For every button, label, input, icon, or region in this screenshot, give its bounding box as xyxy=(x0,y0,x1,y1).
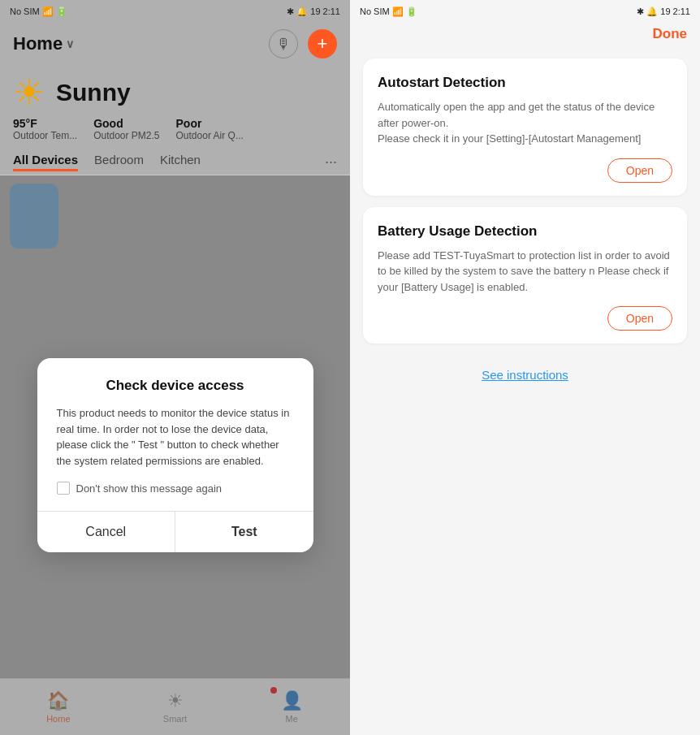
wifi-icon: 🔋 xyxy=(56,6,67,17)
right-status-right: ✱ 🔔 19 2:11 xyxy=(637,6,690,17)
add-device-button[interactable]: + xyxy=(308,29,337,58)
battery-open-button[interactable]: Open xyxy=(607,306,672,331)
battery-desc: Please add TEST-TuyaSmart to protection … xyxy=(378,248,672,296)
autostart-desc: Automatically open the app and get the s… xyxy=(378,99,672,147)
battery-icon: 🔔 xyxy=(296,6,308,17)
bluetooth-icon: ✱ xyxy=(287,6,294,17)
signal-icon: 📶 xyxy=(42,6,54,17)
tab-kitchen[interactable]: Kitchen xyxy=(160,153,201,171)
temp-stat: 95°F Outdoor Tem... xyxy=(13,117,77,141)
pm-label: Outdoor PM2.5 xyxy=(93,130,159,141)
tabs-row: All Devices Bedroom Kitchen ··· xyxy=(0,149,350,175)
right-content: Autostart Detection Automatically open t… xyxy=(350,49,700,735)
autostart-title: Autostart Detection xyxy=(378,75,672,91)
test-button[interactable]: Test xyxy=(175,512,313,552)
chevron-down-icon: ∨ xyxy=(66,37,74,50)
right-signal-icon: 📶 xyxy=(392,6,404,17)
no-sim-text: No SIM xyxy=(10,6,40,16)
temp-value: 95°F xyxy=(13,117,77,130)
modal-overlay: Check device access This product needs t… xyxy=(0,175,350,735)
autostart-open-button[interactable]: Open xyxy=(607,158,672,183)
right-wifi-icon: 🔋 xyxy=(406,6,417,17)
right-header: Done xyxy=(350,23,700,49)
tab-bedroom[interactable]: Bedroom xyxy=(94,153,144,171)
right-time: 2:11 xyxy=(673,6,690,16)
right-battery-level: 19 xyxy=(660,6,670,16)
check-device-modal: Check device access This product needs t… xyxy=(37,358,313,552)
app-header: Home ∨ 🎙 + xyxy=(0,23,350,65)
air-stat: Poor Outdoor Air Q... xyxy=(176,117,244,141)
status-bar-left: No SIM 📶 🔋 ✱ 🔔 19 2:11 xyxy=(0,0,350,23)
right-panel: No SIM 📶 🔋 ✱ 🔔 19 2:11 Done Autostart De… xyxy=(350,0,700,735)
weather-text: Sunny xyxy=(56,79,131,106)
weather-stats: 95°F Outdoor Tem... Good Outdoor PM2.5 P… xyxy=(0,117,350,149)
modal-body: This product needs to monitor the device… xyxy=(57,405,294,469)
pm-value: Good xyxy=(93,117,159,130)
dont-show-label: Don't show this message again xyxy=(76,482,223,495)
battery-card: Battery Usage Detection Please add TEST-… xyxy=(363,207,687,344)
air-value: Poor xyxy=(176,117,244,130)
header-icons: 🎙 + xyxy=(269,29,337,58)
time-left: 2:11 xyxy=(323,6,340,16)
cancel-button[interactable]: Cancel xyxy=(37,512,176,552)
device-area: Check device access This product needs t… xyxy=(0,175,350,735)
dont-show-checkbox[interactable] xyxy=(57,482,70,495)
battery-title: Battery Usage Detection xyxy=(378,223,672,240)
right-no-sim-text: No SIM xyxy=(360,6,390,16)
temp-label: Outdoor Tem... xyxy=(13,130,77,141)
sun-icon: ☀ xyxy=(13,75,45,110)
microphone-button[interactable]: 🎙 xyxy=(269,29,298,58)
weather-condition: Sunny xyxy=(56,79,131,106)
status-right: ✱ 🔔 19 2:11 xyxy=(287,6,340,17)
air-label: Outdoor Air Q... xyxy=(176,130,244,141)
weather-section: ☀ Sunny xyxy=(0,65,350,117)
right-bell-icon: 🔔 xyxy=(646,6,658,17)
plus-icon: + xyxy=(318,33,328,54)
more-icon[interactable]: ··· xyxy=(325,153,337,171)
status-left: No SIM 📶 🔋 xyxy=(10,6,67,17)
tab-all-devices[interactable]: All Devices xyxy=(13,153,78,171)
right-status-left: No SIM 📶 🔋 xyxy=(360,6,417,17)
see-instructions-link[interactable]: See instructions xyxy=(363,355,687,395)
left-panel: No SIM 📶 🔋 ✱ 🔔 19 2:11 Home ∨ 🎙 + ☀ xyxy=(0,0,350,735)
autostart-card: Autostart Detection Automatically open t… xyxy=(363,58,687,196)
dont-show-row[interactable]: Don't show this message again xyxy=(57,482,294,495)
done-button[interactable]: Done xyxy=(653,26,688,42)
modal-buttons: Cancel Test xyxy=(37,511,313,552)
battery-footer: Open xyxy=(378,306,672,331)
home-label: Home xyxy=(13,33,63,54)
autostart-footer: Open xyxy=(378,158,672,183)
status-bar-right: No SIM 📶 🔋 ✱ 🔔 19 2:11 xyxy=(350,0,700,23)
modal-title: Check device access xyxy=(57,378,294,394)
right-bluetooth-icon: ✱ xyxy=(637,6,644,17)
mic-icon: 🎙 xyxy=(276,36,291,53)
battery-level: 19 xyxy=(310,6,320,16)
pm-stat: Good Outdoor PM2.5 xyxy=(93,117,159,141)
home-title-area[interactable]: Home ∨ xyxy=(13,33,74,54)
